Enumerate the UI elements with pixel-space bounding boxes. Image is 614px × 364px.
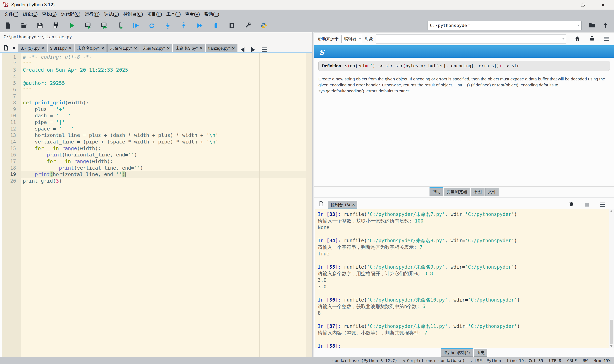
help-options-icon[interactable]: [604, 37, 609, 41]
menu-item[interactable]: 源代码(C): [59, 11, 83, 17]
code-line: plus = '+': [21, 106, 306, 113]
scroll-tabs-left-icon[interactable]: [241, 47, 244, 52]
close-tab-icon[interactable]: ×: [69, 46, 71, 51]
status-item: CRLF: [567, 358, 577, 363]
parent-directory-icon[interactable]: [602, 22, 609, 29]
help-object-input[interactable]: [376, 35, 566, 43]
scroll-tabs-right-icon[interactable]: [251, 47, 255, 52]
status-item: Line 19, Col 35: [507, 358, 543, 363]
pane-tab-4[interactable]: 文件: [485, 188, 499, 196]
pane-tab-1[interactable]: IPython控制台: [441, 349, 473, 357]
menu-item[interactable]: 查看(V): [183, 11, 202, 17]
run-icon[interactable]: [68, 22, 76, 29]
menu-item[interactable]: 运行(R): [83, 11, 102, 17]
editor-options-icon[interactable]: [262, 48, 267, 52]
code-line: Created on Sun Apr 20 11:22:33 2025: [21, 67, 306, 73]
status-item: UTF-8: [549, 358, 561, 363]
save-icon[interactable]: [36, 22, 43, 29]
help-description: Create a new string object from the give…: [318, 76, 606, 94]
close-tab-icon[interactable]: ×: [42, 46, 44, 51]
editor-tab[interactable]: 未命名3.py*×: [173, 44, 205, 52]
line-number: 4: [2, 73, 21, 80]
menu-item[interactable]: 查找(S): [40, 11, 59, 17]
text-cursor: [125, 172, 126, 177]
close-tab-icon[interactable]: ×: [134, 46, 137, 51]
line-number: 8: [2, 100, 21, 106]
pane-tab-2[interactable]: 变量浏览器: [444, 188, 470, 196]
run-cell-icon[interactable]: [84, 22, 92, 29]
pane-tab-2[interactable]: 历史: [474, 349, 487, 357]
close-tab-icon[interactable]: ×: [167, 46, 170, 51]
continue-execution-icon[interactable]: [196, 22, 203, 29]
console-options-icon[interactable]: [600, 203, 605, 207]
menu-item[interactable]: 调试(D): [102, 11, 121, 17]
pane-tab-3[interactable]: 绘图: [471, 188, 485, 196]
close-tab-icon[interactable]: ×: [232, 46, 235, 51]
close-tab-icon[interactable]: ×: [101, 46, 104, 51]
editor-tab-bar: × 3.7 (1) .py×3.8(1).py×未命名0.py*×未命名1.py…: [0, 41, 312, 52]
remove-variables-icon[interactable]: [569, 202, 574, 208]
lock-icon[interactable]: [589, 36, 595, 42]
scrollbar-thumb[interactable]: [610, 320, 613, 344]
menu-item[interactable]: 帮助(H): [202, 11, 222, 17]
debug-file-icon[interactable]: [132, 22, 140, 29]
status-bar: conda: base (Python 3.12.7)⇅Completions:…: [0, 357, 614, 364]
help-pane: 帮助来源于 编辑器 对象 s Definition : s(object='')…: [314, 32, 614, 197]
pane-tab-1[interactable]: 帮助: [430, 188, 443, 196]
close-tab-icon[interactable]: ×: [200, 46, 202, 51]
step-into-icon[interactable]: [164, 22, 171, 29]
run-selection-icon[interactable]: [116, 22, 124, 29]
maximize-pane-icon[interactable]: [228, 22, 236, 29]
editor-tab[interactable]: 3.8(1).py×: [48, 44, 74, 52]
menu-item[interactable]: 项目(P): [145, 11, 164, 17]
close-button[interactable]: ×: [600, 1, 606, 8]
editor-tab[interactable]: tianzige.py*×: [206, 44, 237, 52]
working-directory-dropdown-icon[interactable]: [576, 21, 581, 30]
help-header: 帮助来源于 编辑器 对象: [314, 33, 614, 45]
close-console-icon[interactable]: ×: [352, 202, 355, 208]
console-tab[interactable]: 控制台 1/A ×: [328, 201, 357, 209]
home-icon[interactable]: [574, 36, 580, 42]
restart-kernel-icon[interactable]: [148, 22, 155, 29]
menu-item[interactable]: 编辑(E): [21, 11, 40, 17]
open-file-icon[interactable]: [20, 22, 28, 29]
step-return-icon[interactable]: [180, 22, 187, 29]
browse-tabs-icon[interactable]: [2, 43, 10, 52]
editor-tab[interactable]: 未命名2.py*×: [140, 44, 172, 52]
editor-tab[interactable]: 3.7 (1) .py×: [18, 44, 47, 52]
menu-item[interactable]: 文件(F): [2, 11, 21, 17]
console-scrollbar[interactable]: [609, 209, 614, 348]
editor-tab[interactable]: 未命名1.py*×: [107, 44, 140, 52]
console-output[interactable]: In [33]: runfile('C:/pythonspyder/未命名7.p…: [315, 209, 609, 348]
working-directory-input[interactable]: [428, 21, 581, 30]
browse-directory-icon[interactable]: [588, 22, 595, 29]
restore-button[interactable]: [580, 1, 586, 8]
editor-scrollbar[interactable]: [306, 53, 312, 357]
working-directory-combo[interactable]: [427, 21, 582, 30]
browse-tabs-icon[interactable]: [317, 199, 325, 208]
help-source-label: 帮助来源于: [318, 36, 339, 42]
stop-icon[interactable]: [212, 22, 220, 29]
scroll-down-icon[interactable]: [610, 345, 613, 347]
help-object-label: 对象: [365, 36, 373, 42]
menu-item[interactable]: 工具(T): [164, 11, 183, 17]
minimize-button[interactable]: ─: [560, 1, 566, 8]
preferences-icon[interactable]: [244, 22, 251, 29]
new-file-icon[interactable]: [4, 22, 12, 29]
help-source-select[interactable]: 编辑器: [341, 35, 362, 43]
save-all-icon[interactable]: [52, 22, 60, 29]
status-item: ✓LSP: Python: [471, 358, 501, 363]
console-tab-bar: 控制台 1/A ×: [314, 198, 614, 209]
console-line: [318, 336, 609, 343]
spyder-window: S Spyder (Python 3.12) ─ × 文件(F)编辑(E)查找(…: [0, 0, 614, 364]
code-editor[interactable]: 1234567891011121314151617181920 # -*- co…: [0, 52, 312, 357]
code-line: print(horizontal_line, end=''): [21, 152, 306, 158]
run-cell-advance-icon[interactable]: [100, 22, 108, 29]
editor-tab[interactable]: 未命名0.py*×: [75, 44, 107, 52]
line-number: 3: [2, 67, 21, 73]
python-env-icon[interactable]: [260, 22, 267, 29]
menu-item[interactable]: 控制台(O): [121, 11, 145, 17]
help-object-combo[interactable]: [376, 34, 566, 43]
close-file-button[interactable]: ×: [10, 43, 18, 52]
scroll-up-icon[interactable]: [610, 210, 613, 212]
